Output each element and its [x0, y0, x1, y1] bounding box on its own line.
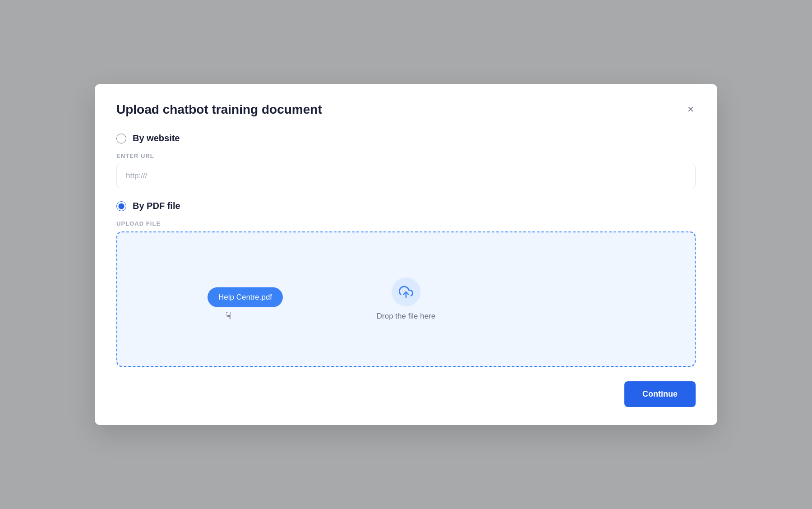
modal-header: Upload chatbot training document ×	[116, 102, 696, 117]
website-section: By website ENTER URL	[116, 133, 696, 188]
dropzone-inner: Drop the file here	[377, 278, 435, 321]
upload-field-label: UPLOAD FILE	[116, 220, 696, 227]
upload-field-group: UPLOAD FILE Help Centre.pdf ☟	[116, 220, 696, 367]
modal-backdrop: Upload chatbot training document × By we…	[0, 0, 812, 509]
website-radio-row: By website	[116, 133, 696, 143]
continue-button[interactable]: Continue	[624, 381, 696, 407]
modal-footer: Continue	[116, 381, 696, 407]
url-field-group: ENTER URL	[116, 153, 696, 188]
upload-icon-container	[392, 278, 420, 306]
modal-title: Upload chatbot training document	[116, 102, 322, 117]
drag-cursor-icon: ☟	[226, 310, 231, 322]
pdf-section: By PDF file UPLOAD FILE Help Centre.pdf …	[116, 201, 696, 367]
pdf-radio[interactable]	[116, 201, 126, 211]
pdf-radio-label[interactable]: By PDF file	[133, 201, 180, 211]
drop-text: Drop the file here	[377, 312, 435, 321]
website-radio[interactable]	[116, 134, 126, 143]
file-badge[interactable]: Help Centre.pdf	[208, 287, 283, 307]
close-button[interactable]: ×	[686, 102, 696, 116]
url-input[interactable]	[116, 164, 696, 188]
pdf-radio-row: By PDF file	[116, 201, 696, 211]
dropzone[interactable]: Help Centre.pdf ☟ Drop the file here	[116, 231, 696, 367]
website-radio-label[interactable]: By website	[133, 133, 180, 143]
url-field-label: ENTER URL	[116, 153, 696, 159]
upload-cloud-icon	[399, 285, 413, 299]
upload-modal: Upload chatbot training document × By we…	[95, 84, 717, 426]
